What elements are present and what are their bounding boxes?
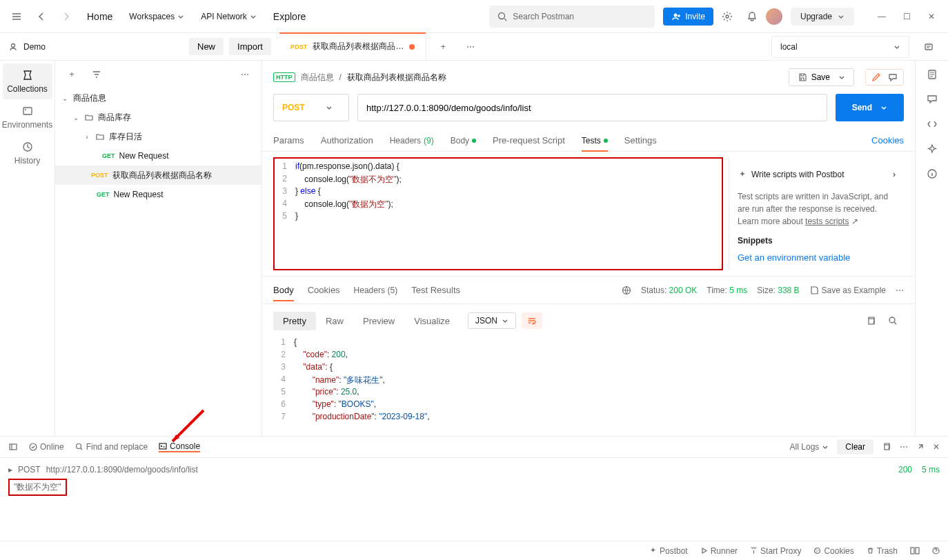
save-example-button[interactable]: Save as Example bbox=[809, 286, 886, 295]
code-icon[interactable] bbox=[927, 119, 938, 130]
console-toggle[interactable]: Console bbox=[159, 441, 200, 452]
tab-params[interactable]: Params bbox=[273, 130, 304, 151]
save-button[interactable]: Save bbox=[789, 68, 854, 86]
send-button[interactable]: Send bbox=[836, 94, 904, 121]
new-button[interactable]: New bbox=[189, 38, 224, 55]
tab-method: POST bbox=[290, 43, 308, 50]
method-label: GET bbox=[97, 191, 110, 198]
nav-explore[interactable]: Explore bbox=[266, 7, 313, 26]
method-label: POST bbox=[91, 172, 108, 179]
online-status[interactable]: Online bbox=[29, 442, 64, 452]
tests-editor[interactable]: 1if(pm.response.json().data) { 2 console… bbox=[273, 157, 723, 270]
add-collection-icon[interactable]: + bbox=[61, 63, 83, 86]
resp-tab-cookies[interactable]: Cookies bbox=[308, 279, 340, 301]
popout-icon[interactable] bbox=[916, 443, 925, 451]
status-proxy[interactable]: Start Proxy bbox=[750, 546, 801, 556]
rail-history[interactable]: History bbox=[3, 135, 52, 171]
tab-authorization[interactable]: Authorization bbox=[321, 130, 373, 151]
edit-comment-buttons[interactable] bbox=[865, 69, 904, 86]
resp-options-icon[interactable]: ⋯ bbox=[896, 286, 904, 295]
rail-collections[interactable]: Collections bbox=[3, 63, 52, 99]
breadcrumb-name: 获取商品列表根据商品名称 bbox=[347, 72, 446, 83]
check-circle-icon bbox=[29, 443, 37, 451]
filter-icon[interactable] bbox=[86, 63, 108, 86]
find-replace[interactable]: Find and replace bbox=[75, 442, 148, 452]
settings-icon[interactable] bbox=[716, 6, 738, 28]
close-icon[interactable]: ✕ bbox=[920, 6, 942, 28]
console-options-icon[interactable]: ⋯ bbox=[900, 442, 908, 452]
view-raw[interactable]: Raw bbox=[316, 312, 353, 330]
format-select[interactable]: JSON bbox=[468, 312, 516, 329]
import-button[interactable]: Import bbox=[229, 38, 271, 55]
notifications-icon[interactable] bbox=[741, 6, 763, 28]
response-body[interactable]: 1{ 2 "code": 200, 3 "data": { 4 "name": … bbox=[262, 337, 915, 430]
close-console-icon[interactable]: ✕ bbox=[933, 442, 940, 452]
breadcrumb-folder[interactable]: 商品信息 bbox=[301, 72, 334, 83]
rail-environments[interactable]: Environments bbox=[3, 99, 52, 135]
back-icon[interactable] bbox=[30, 6, 52, 28]
status-runner[interactable]: Runner bbox=[700, 546, 738, 556]
status-help-icon[interactable] bbox=[932, 547, 940, 554]
copy-icon[interactable] bbox=[882, 442, 891, 452]
search-response-icon[interactable] bbox=[882, 310, 904, 332]
tab-body[interactable]: Body bbox=[451, 130, 476, 151]
console-request-line[interactable]: ▸ POST http://127.0.0.1:8090/demo/goods/… bbox=[8, 463, 940, 476]
view-visualize[interactable]: Visualize bbox=[404, 312, 460, 330]
pencil-icon bbox=[871, 72, 881, 82]
url-input[interactable] bbox=[357, 94, 827, 121]
resp-tab-test-results[interactable]: Test Results bbox=[411, 279, 460, 301]
sparkle-icon[interactable] bbox=[927, 143, 938, 154]
add-tab-icon[interactable]: + bbox=[432, 36, 454, 58]
env-quicklook-icon[interactable] bbox=[918, 36, 940, 58]
nav-api-network[interactable]: API Network bbox=[194, 8, 264, 26]
search-input[interactable]: Search Postman bbox=[489, 6, 655, 28]
maximize-icon[interactable]: ☐ bbox=[896, 6, 918, 28]
workspace-name[interactable]: Demo bbox=[8, 42, 184, 52]
svg-point-22 bbox=[816, 549, 817, 550]
view-preview[interactable]: Preview bbox=[353, 312, 404, 330]
tree-request-active[interactable]: POST 获取商品列表根据商品名称 bbox=[55, 166, 261, 185]
upgrade-button[interactable]: Upgrade bbox=[791, 8, 854, 26]
forward-icon[interactable] bbox=[55, 6, 77, 28]
resp-tab-body[interactable]: Body bbox=[273, 279, 294, 301]
method-select[interactable]: POST bbox=[273, 94, 349, 121]
avatar[interactable] bbox=[766, 8, 782, 25]
tree-folder[interactable]: › 库存日活 bbox=[55, 127, 261, 146]
postbot-link[interactable]: Write scripts with Postbot › bbox=[738, 166, 896, 183]
globe-icon[interactable] bbox=[622, 286, 631, 295]
tree-folder-root[interactable]: ⌄ 商品信息 bbox=[55, 88, 261, 108]
documentation-icon[interactable] bbox=[927, 69, 938, 80]
invite-button[interactable]: Invite bbox=[663, 8, 713, 26]
tab-headers[interactable]: Headers (9) bbox=[390, 130, 434, 151]
snippet-item[interactable]: Get an environment variable bbox=[738, 250, 896, 266]
clear-button[interactable]: Clear bbox=[837, 439, 873, 454]
nav-workspaces[interactable]: Workspaces bbox=[122, 8, 191, 26]
comments-icon[interactable] bbox=[927, 94, 938, 105]
menu-icon[interactable] bbox=[6, 6, 28, 28]
info-icon[interactable] bbox=[927, 168, 938, 179]
view-pretty[interactable]: Pretty bbox=[273, 312, 316, 330]
wrap-lines-icon[interactable] bbox=[522, 312, 542, 329]
environment-select[interactable]: local bbox=[771, 36, 909, 58]
tree-folder[interactable]: ⌄ 商品库存 bbox=[55, 108, 261, 127]
resp-tab-headers[interactable]: Headers (5) bbox=[354, 279, 398, 301]
tab-tests[interactable]: Tests bbox=[582, 130, 608, 151]
sidebar-toggle-icon[interactable] bbox=[8, 442, 18, 452]
status-trash[interactable]: Trash bbox=[867, 546, 898, 556]
status-postbot[interactable]: Postbot bbox=[649, 546, 688, 556]
log-filter[interactable]: All Logs bbox=[790, 442, 829, 452]
tree-request[interactable]: GET New Request bbox=[55, 185, 261, 204]
tree-request[interactable]: GET New Request bbox=[55, 146, 261, 166]
status-layout-icon[interactable] bbox=[910, 547, 920, 554]
minimize-icon[interactable]: — bbox=[871, 6, 893, 28]
tab-settings[interactable]: Settings bbox=[624, 130, 657, 151]
nav-home[interactable]: Home bbox=[80, 7, 119, 26]
status-cookies[interactable]: Cookies bbox=[813, 546, 853, 556]
tests-scripts-link[interactable]: tests scripts bbox=[805, 217, 849, 226]
sidebar-options-icon[interactable]: ⋯ bbox=[234, 63, 256, 86]
copy-icon[interactable] bbox=[860, 310, 882, 332]
tab-options-icon[interactable]: ⋯ bbox=[460, 36, 482, 58]
request-tab[interactable]: POST 获取商品列表根据商品… bbox=[279, 33, 427, 61]
tab-prerequest[interactable]: Pre-request Script bbox=[493, 130, 565, 151]
cookies-link[interactable]: Cookies bbox=[871, 135, 904, 146]
